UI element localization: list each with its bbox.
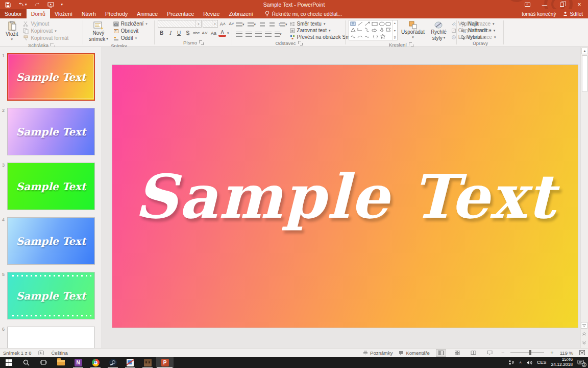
ribbon-display-options-icon[interactable]: ^ [519, 0, 536, 9]
slide-thumbnail-6[interactable]: LARRYS EGGS [7, 327, 95, 348]
shapes-grid[interactable] [349, 20, 392, 40]
font-color-button[interactable]: A [218, 30, 226, 37]
minimize-icon[interactable]: — [536, 0, 553, 9]
zoom-level[interactable]: 119 % [560, 350, 573, 356]
scroll-down-icon[interactable] [581, 322, 587, 329]
vertical-scrollbar[interactable]: ▲ [580, 47, 588, 348]
onenote-button[interactable]: N [69, 357, 87, 368]
start-button[interactable] [0, 357, 17, 368]
tab-prezentace[interactable]: Prezentace [162, 9, 199, 18]
font-name-combo[interactable]: ▾ [158, 20, 202, 28]
accessibility-icon[interactable] [38, 350, 44, 356]
increase-indent-icon[interactable] [268, 20, 276, 28]
select-button[interactable]: Vybrat▾ [460, 34, 492, 40]
slide-thumbnail-3[interactable]: Sample Text [7, 163, 95, 210]
reset-button[interactable]: Obnovit [112, 28, 149, 34]
paste-button[interactable]: Vložit ▾ [3, 20, 20, 42]
undo-icon[interactable]: ▾ [18, 2, 27, 7]
minecraft-button[interactable] [139, 357, 156, 368]
font-size-combo[interactable]: ▾ [203, 20, 218, 28]
steam-button[interactable] [104, 357, 121, 368]
section-button[interactable]: Oddíl ▾ [112, 35, 149, 41]
bullets-button[interactable]: ▾ [235, 20, 245, 28]
italic-button[interactable]: I [166, 29, 174, 37]
arrange-button[interactable]: Uspořádat ▾ [399, 20, 427, 40]
next-slide-icon[interactable] [581, 339, 587, 346]
tell-me-box[interactable]: Řekněte mi, co chcete udělat... [260, 9, 347, 18]
shapes-scroll-up-icon[interactable]: ▴ [394, 21, 396, 25]
chrome-button[interactable] [87, 357, 104, 368]
shapes-more-icon[interactable]: ⊽ [394, 36, 396, 39]
align-center-icon[interactable] [245, 30, 253, 38]
save-icon[interactable] [5, 2, 11, 8]
font-color-dropdown-icon[interactable]: ▾ [227, 31, 229, 35]
drawing-dialog-launcher-icon[interactable] [409, 42, 413, 47]
text-shadow-button[interactable]: S [184, 29, 191, 37]
shapes-gallery[interactable]: ▴ ▾ ⊽ [349, 20, 398, 40]
cut-button[interactable]: Vyjmout [21, 20, 70, 27]
language-status[interactable]: Čeština [51, 350, 67, 356]
columns-button[interactable]: ▾ [274, 30, 282, 38]
tab-navrh[interactable]: Návrh [77, 9, 101, 18]
slide-thumbnail-4[interactable]: Sample Text [7, 217, 95, 265]
image-editor-button[interactable] [121, 357, 139, 368]
slideshow-view-button[interactable] [485, 349, 495, 357]
font-dialog-launcher-icon[interactable] [199, 40, 204, 45]
find-button[interactable]: Najít [460, 21, 492, 27]
change-case-button[interactable]: Aa [210, 29, 217, 37]
tab-vlozeni[interactable]: Vložení [50, 9, 77, 18]
slide-thumbnail-5[interactable]: Sample Text [7, 272, 95, 319]
align-right-icon[interactable] [255, 30, 262, 38]
tab-revize[interactable]: Revize [199, 9, 224, 18]
slide-thumbnail-1[interactable]: Sample Text [7, 53, 95, 101]
action-center-button[interactable]: 2 [577, 359, 584, 365]
shapes-scrollbar[interactable]: ▴ ▾ ⊽ [392, 20, 397, 40]
current-slide[interactable]: Sample Text [112, 65, 578, 328]
zoom-slider-thumb[interactable] [529, 350, 531, 355]
tab-animace[interactable]: Animace [132, 9, 162, 18]
zoom-out-icon[interactable]: − [501, 350, 504, 356]
reading-view-button[interactable] [469, 349, 479, 357]
normal-view-button[interactable] [436, 349, 446, 357]
start-slideshow-icon[interactable] [47, 2, 54, 8]
numbering-button[interactable]: ▾ [247, 20, 257, 28]
tab-prechody[interactable]: Přechody [101, 9, 132, 18]
tab-zobrazeni[interactable]: Zobrazení [224, 9, 257, 18]
layout-button[interactable]: Rozložení ▾ [112, 20, 149, 27]
restore-icon[interactable] [553, 0, 571, 9]
font-name-dropdown-icon[interactable]: ▾ [195, 20, 201, 27]
network-icon[interactable] [508, 360, 514, 365]
previous-slide-icon[interactable] [581, 331, 587, 337]
justify-icon[interactable] [264, 30, 272, 38]
redo-icon[interactable] [34, 2, 40, 7]
replace-button[interactable]: ab Nahradit▾ [460, 28, 492, 33]
new-slide-button[interactable]: Nový snímek▾ [86, 20, 111, 43]
strikethrough-button[interactable]: abc [192, 29, 200, 37]
slide-thumbnail-2[interactable]: Sample Text [7, 108, 95, 155]
user-name[interactable]: tomáš konečný [522, 11, 556, 17]
paragraph-dialog-launcher-icon[interactable] [298, 41, 303, 45]
slide-title-text[interactable]: Sample Text [134, 161, 556, 232]
comments-button[interactable]: Komentáře [399, 350, 429, 356]
hidden-icons-chevron-icon[interactable]: ˄ [519, 360, 522, 365]
font-size-dropdown-icon[interactable]: ▾ [212, 20, 217, 27]
powerpoint-taskbar-button[interactable]: P [156, 357, 174, 368]
tab-domu[interactable]: Domů [27, 9, 50, 18]
increase-font-icon[interactable]: A˄ [219, 20, 227, 28]
close-icon[interactable]: × [571, 0, 588, 9]
volume-icon[interactable] [526, 360, 532, 365]
slide-sorter-view-button[interactable] [452, 349, 462, 357]
taskbar-clock[interactable]: 15:46 24.12.2018 [551, 357, 573, 367]
copy-button[interactable]: Kopírovat ▾ [21, 28, 70, 34]
taskbar-search-button[interactable] [17, 357, 35, 368]
tab-soubor[interactable]: Soubor [0, 9, 27, 18]
zoom-in-icon[interactable]: + [550, 350, 553, 356]
format-painter-button[interactable]: Kopírovat formát [21, 35, 70, 41]
character-spacing-button[interactable]: AV [201, 29, 209, 37]
shapes-scroll-down-icon[interactable]: ▾ [394, 29, 396, 32]
fit-slide-icon[interactable] [579, 350, 585, 355]
quick-styles-button[interactable]: Rychlé styly▾ [428, 20, 449, 42]
task-view-button[interactable] [35, 357, 52, 368]
bold-button[interactable]: B [158, 29, 165, 37]
notes-button[interactable]: Poznámky [363, 350, 393, 356]
